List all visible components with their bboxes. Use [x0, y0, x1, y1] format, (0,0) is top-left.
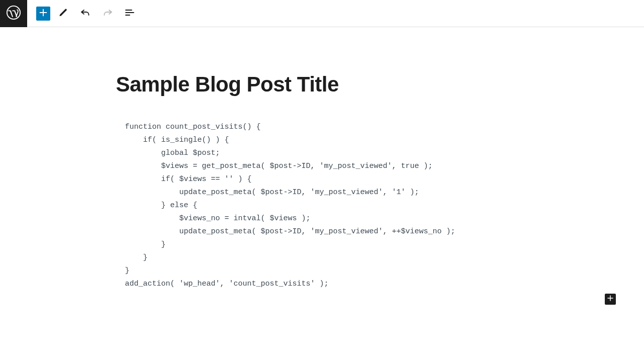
redo-button: [99, 5, 117, 23]
document-outline-button[interactable]: [121, 5, 139, 23]
wordpress-logo-button[interactable]: [0, 0, 27, 27]
edit-mode-button[interactable]: [54, 5, 72, 23]
add-block-button[interactable]: [36, 7, 50, 21]
wordpress-icon: [6, 5, 21, 22]
undo-button[interactable]: [76, 5, 95, 23]
outline-icon: [124, 7, 136, 21]
plus-icon: [38, 7, 49, 20]
block-appender-button[interactable]: [605, 294, 616, 305]
editor-canvas[interactable]: Sample Blog Post Title function count_po…: [0, 27, 644, 291]
post-title[interactable]: Sample Blog Post Title: [116, 72, 528, 97]
svg-point-0: [7, 6, 20, 19]
plus-icon: [605, 293, 615, 305]
code-block[interactable]: function count_post_visits() { if( is_si…: [116, 121, 528, 291]
editor-toolbar: [0, 0, 644, 27]
post-content: Sample Blog Post Title function count_po…: [116, 72, 528, 291]
pencil-icon: [57, 7, 69, 21]
redo-icon: [102, 7, 114, 21]
toolbar-buttons: [27, 5, 139, 23]
undo-icon: [79, 7, 91, 21]
